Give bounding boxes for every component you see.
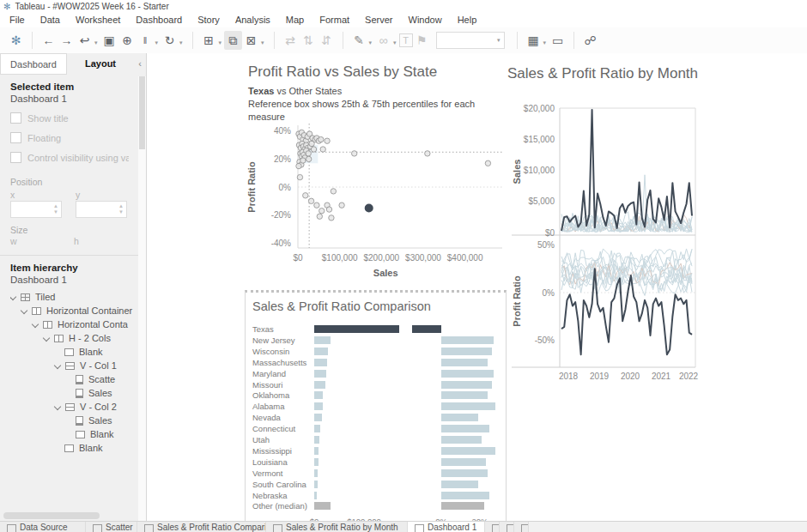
add-data-icon[interactable]: ⊕: [118, 31, 137, 50]
refresh-icon[interactable]: ↻: [161, 31, 179, 50]
collapse-pane-icon[interactable]: ‹: [138, 53, 146, 75]
sales-bar[interactable]: [314, 348, 328, 355]
profit-ratio-bar[interactable]: [441, 481, 478, 488]
tree-caret-icon[interactable]: [32, 321, 39, 328]
x-input[interactable]: ▲▼: [10, 201, 62, 218]
menu-data[interactable]: Data: [33, 15, 68, 25]
sheet-tab-dashboard-1[interactable]: Dashboard 1: [408, 522, 485, 532]
swap-rows-columns-icon[interactable]: ⇄: [282, 31, 300, 50]
sales-bar[interactable]: [314, 391, 323, 399]
state-point[interactable]: [485, 160, 490, 166]
menu-story[interactable]: Story: [190, 15, 228, 25]
state-point[interactable]: [326, 207, 331, 212]
tree-caret-icon[interactable]: [54, 362, 61, 369]
profit-ratio-bar[interactable]: [441, 502, 484, 510]
sales-bar[interactable]: [314, 325, 399, 333]
profit-ratio-bar[interactable]: [441, 458, 486, 466]
sales-bar[interactable]: [314, 469, 318, 477]
tab-dashboard[interactable]: Dashboard: [0, 53, 67, 75]
y-input[interactable]: ▲▼: [76, 201, 127, 218]
tree-row-horizontal-container[interactable]: Horizontal Container: [10, 304, 147, 317]
checkbox-icon[interactable]: [10, 132, 21, 143]
state-point[interactable]: [317, 214, 322, 219]
new-worksheet-caret-icon[interactable]: ▾: [219, 39, 222, 46]
menu-worksheet[interactable]: Worksheet: [68, 15, 128, 25]
pause-caret-icon[interactable]: ▾: [155, 39, 159, 46]
sales-bar[interactable]: [314, 425, 320, 432]
fit-dropdown[interactable]: ▾: [436, 32, 505, 49]
scrollbar-thumb[interactable]: [139, 76, 145, 149]
profit-ratio-bar[interactable]: [441, 381, 492, 389]
tableau-home-icon[interactable]: ✻: [7, 31, 25, 50]
state-point[interactable]: [351, 151, 356, 156]
menu-window[interactable]: Window: [401, 15, 450, 25]
profit-ratio-bar[interactable]: [441, 492, 489, 499]
scatter-plot[interactable]: 40%20%0%-20%-40%$0$100,000$200,000$300,0…: [243, 117, 518, 288]
state-point[interactable]: [300, 158, 306, 163]
profit-ratio-bar[interactable]: [441, 348, 492, 355]
sales-bar[interactable]: [314, 502, 331, 510]
clear-sheet-caret-icon[interactable]: ▾: [261, 39, 264, 46]
menu-file[interactable]: File: [2, 15, 33, 25]
profit-ratio-bar[interactable]: [441, 414, 478, 421]
profit-ratio-bar[interactable]: [441, 370, 494, 378]
sort-descending-icon[interactable]: ⇵: [318, 31, 336, 50]
save-icon[interactable]: ▣: [100, 31, 118, 50]
new-story-tab-icon[interactable]: [514, 522, 529, 532]
state-point[interactable]: [325, 138, 330, 143]
sales-bar[interactable]: [314, 436, 319, 444]
show-title-checkbox-row[interactable]: Show title: [10, 112, 129, 124]
show-me-caret-icon[interactable]: ▾: [543, 39, 547, 46]
menu-help[interactable]: Help: [450, 15, 485, 25]
sales-bar[interactable]: [314, 359, 327, 366]
replay-icon[interactable]: ↩: [76, 31, 94, 50]
state-point[interactable]: [308, 198, 313, 203]
profit-ratio-bar[interactable]: [441, 402, 495, 410]
sales-bar[interactable]: [314, 381, 325, 389]
profit-ratio-bar[interactable]: [441, 425, 489, 432]
tree-caret-icon[interactable]: [21, 307, 27, 314]
comparison-chart-panel[interactable]: Sales & Profit Ratio Comparison TexasNew…: [245, 290, 507, 522]
replay-caret-icon[interactable]: ▾: [94, 39, 98, 46]
profit-ratio-bar[interactable]: [441, 469, 488, 477]
tree-caret-icon[interactable]: [54, 403, 61, 410]
checkbox-icon[interactable]: [10, 112, 21, 124]
tree-row-horizontal-conta[interactable]: Horizontal Conta: [10, 317, 158, 331]
refresh-caret-icon[interactable]: ▾: [179, 39, 183, 46]
sales-bar[interactable]: [314, 414, 322, 421]
clear-sheet-icon[interactable]: ⊠: [242, 31, 260, 50]
state-point[interactable]: [309, 141, 314, 146]
checkbox-icon[interactable]: [10, 152, 21, 163]
sales-bar[interactable]: [314, 370, 326, 378]
new-dashboard-tab-icon[interactable]: [500, 522, 514, 532]
texas-point[interactable]: [365, 203, 373, 212]
state-point[interactable]: [314, 203, 319, 208]
tree-caret-icon[interactable]: [43, 335, 50, 342]
fix-axes-pin-icon[interactable]: ⚑: [413, 31, 431, 50]
state-point[interactable]: [425, 151, 430, 156]
sales-bar[interactable]: [314, 458, 319, 466]
sales-bar[interactable]: [314, 336, 331, 344]
presentation-mode-icon[interactable]: ▭: [549, 31, 567, 50]
profit-ratio-bar[interactable]: [441, 447, 495, 455]
sheet-tab-sales-profit-ratio-by-month[interactable]: Sales & Profit Ratio by Month: [266, 522, 408, 532]
state-point[interactable]: [311, 147, 316, 152]
new-worksheet-icon[interactable]: ⊞: [200, 31, 218, 50]
menu-map[interactable]: Map: [278, 15, 312, 25]
sidebar-hscroll-thumb[interactable]: [3, 512, 100, 519]
highlight-icon[interactable]: ✎: [350, 31, 368, 50]
monthly-line-charts[interactable]: $20,000$15,000$10,000$5,000$050%0%-50%20…: [512, 103, 705, 390]
show-me-icon[interactable]: ▦: [525, 31, 543, 50]
control-visibility-checkbox-row[interactable]: Control visibility using val...: [10, 152, 129, 163]
paperclip-group-icon[interactable]: ∞: [374, 31, 392, 50]
menu-format[interactable]: Format: [312, 15, 357, 25]
duplicate-icon[interactable]: ⧉: [224, 31, 242, 50]
profit-ratio-bar[interactable]: [441, 336, 494, 344]
tree-row-tiled[interactable]: Tiled: [10, 290, 136, 304]
sales-bar[interactable]: [314, 492, 317, 499]
back-icon[interactable]: ←: [39, 31, 58, 50]
state-point[interactable]: [296, 163, 301, 168]
new-worksheet-tab-icon[interactable]: [485, 522, 500, 532]
tree-caret-icon[interactable]: [10, 293, 16, 300]
sheet-tab-data-source[interactable]: Data Source: [0, 522, 86, 532]
